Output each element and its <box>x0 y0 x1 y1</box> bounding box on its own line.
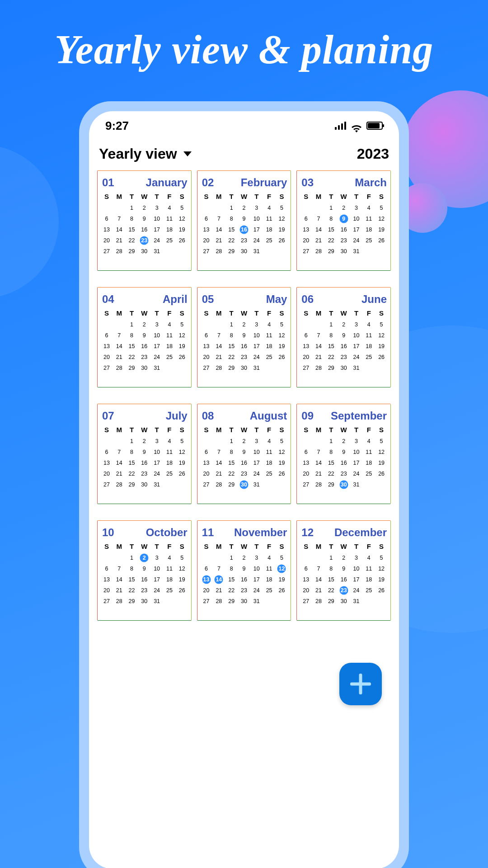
day-cell[interactable]: 5 <box>176 436 188 446</box>
day-cell[interactable]: 12 <box>276 330 288 340</box>
day-cell[interactable]: 11 <box>362 564 375 574</box>
day-cell[interactable]: 30 <box>338 596 350 606</box>
day-cell[interactable]: 16 <box>138 458 150 468</box>
day-cell[interactable]: 30 <box>338 246 350 256</box>
day-cell[interactable]: 22 <box>126 352 138 362</box>
day-cell[interactable]: 11 <box>362 330 375 340</box>
day-cell[interactable]: 23 <box>338 236 350 245</box>
day-cell[interactable]: 7 <box>212 447 225 457</box>
day-cell[interactable]: 27 <box>300 246 312 256</box>
day-cell[interactable]: 11 <box>163 447 176 457</box>
day-cell[interactable]: 5 <box>176 553 188 563</box>
day-cell[interactable]: 2 <box>138 203 150 213</box>
day-cell[interactable]: 13 <box>100 341 113 351</box>
day-cell[interactable]: 17 <box>150 575 163 585</box>
day-cell[interactable]: 20 <box>200 236 213 245</box>
month-box[interactable]: 01JanuarySMTWTFS123456789101112131415161… <box>97 170 192 271</box>
day-cell[interactable]: 10 <box>350 214 363 224</box>
day-cell[interactable]: 27 <box>300 363 312 373</box>
day-cell[interactable]: 23 <box>138 236 150 245</box>
day-cell[interactable]: 29 <box>325 596 338 606</box>
day-cell[interactable]: 10 <box>250 564 263 574</box>
day-cell[interactable]: 23 <box>238 352 250 362</box>
day-cell[interactable]: 20 <box>100 352 113 362</box>
day-cell[interactable]: 18 <box>263 458 276 468</box>
day-cell[interactable]: 28 <box>312 480 325 490</box>
day-cell[interactable]: 16 <box>238 225 250 235</box>
day-cell[interactable]: 2 <box>338 203 350 213</box>
day-cell[interactable]: 1 <box>225 203 238 213</box>
day-cell[interactable]: 21 <box>312 469 325 479</box>
day-cell[interactable]: 10 <box>150 447 163 457</box>
day-cell[interactable]: 26 <box>176 236 188 245</box>
day-cell[interactable]: 17 <box>350 225 363 235</box>
day-cell[interactable]: 31 <box>350 480 363 490</box>
day-cell[interactable]: 24 <box>150 236 163 245</box>
day-cell[interactable]: 12 <box>276 447 288 457</box>
day-cell[interactable]: 21 <box>212 469 225 479</box>
day-cell[interactable]: 12 <box>375 447 388 457</box>
day-cell[interactable]: 16 <box>138 341 150 351</box>
day-cell[interactable]: 26 <box>276 236 288 245</box>
year-label[interactable]: 2023 <box>357 146 389 162</box>
add-button[interactable] <box>339 663 382 705</box>
day-cell[interactable]: 15 <box>225 341 238 351</box>
day-cell[interactable]: 12 <box>276 214 288 224</box>
day-cell[interactable]: 28 <box>312 596 325 606</box>
day-cell[interactable]: 14 <box>113 341 126 351</box>
day-cell[interactable]: 29 <box>225 363 238 373</box>
day-cell[interactable]: 1 <box>126 553 138 563</box>
day-cell[interactable]: 3 <box>150 203 163 213</box>
day-cell[interactable]: 30 <box>138 596 150 606</box>
day-cell[interactable]: 19 <box>276 225 288 235</box>
day-cell[interactable]: 28 <box>113 363 126 373</box>
day-cell[interactable]: 31 <box>350 596 363 606</box>
day-cell[interactable]: 14 <box>312 341 325 351</box>
day-cell[interactable]: 2 <box>138 553 150 563</box>
day-cell[interactable]: 18 <box>362 458 375 468</box>
day-cell[interactable]: 4 <box>163 203 176 213</box>
day-cell[interactable]: 21 <box>113 469 126 479</box>
day-cell[interactable]: 21 <box>212 236 225 245</box>
day-cell[interactable]: 8 <box>126 330 138 340</box>
day-cell[interactable]: 31 <box>350 246 363 256</box>
day-cell[interactable]: 29 <box>126 596 138 606</box>
day-cell[interactable]: 26 <box>176 469 188 479</box>
day-cell[interactable]: 18 <box>163 225 176 235</box>
day-cell[interactable]: 2 <box>338 436 350 446</box>
day-cell[interactable]: 30 <box>238 480 250 490</box>
day-cell[interactable]: 27 <box>200 480 213 490</box>
day-cell[interactable]: 13 <box>300 575 312 585</box>
day-cell[interactable]: 18 <box>362 225 375 235</box>
day-cell[interactable]: 15 <box>225 458 238 468</box>
view-select[interactable]: Yearly view <box>99 146 192 162</box>
day-cell[interactable]: 14 <box>113 575 126 585</box>
day-cell[interactable]: 8 <box>225 447 238 457</box>
day-cell[interactable]: 4 <box>362 320 375 330</box>
month-box[interactable]: 11NovemberSMTWTFS12345678910111213141516… <box>197 520 291 621</box>
day-cell[interactable]: 26 <box>276 585 288 595</box>
day-cell[interactable]: 31 <box>150 246 163 256</box>
day-cell[interactable]: 16 <box>338 458 350 468</box>
day-cell[interactable]: 8 <box>225 564 238 574</box>
day-cell[interactable]: 20 <box>200 469 213 479</box>
month-box[interactable]: 07JulySMTWTFS123456789101112131415161718… <box>97 404 192 504</box>
day-cell[interactable]: 13 <box>300 225 312 235</box>
day-cell[interactable]: 20 <box>100 469 113 479</box>
day-cell[interactable]: 2 <box>138 320 150 330</box>
day-cell[interactable]: 19 <box>276 575 288 585</box>
day-cell[interactable]: 19 <box>176 458 188 468</box>
day-cell[interactable]: 25 <box>263 236 276 245</box>
day-cell[interactable]: 17 <box>350 575 363 585</box>
day-cell[interactable]: 29 <box>126 480 138 490</box>
day-cell[interactable]: 14 <box>312 575 325 585</box>
day-cell[interactable]: 22 <box>325 236 338 245</box>
day-cell[interactable]: 11 <box>263 330 276 340</box>
day-cell[interactable]: 7 <box>212 330 225 340</box>
day-cell[interactable]: 4 <box>362 436 375 446</box>
day-cell[interactable]: 15 <box>126 341 138 351</box>
day-cell[interactable]: 24 <box>350 469 363 479</box>
day-cell[interactable]: 29 <box>126 363 138 373</box>
day-cell[interactable]: 21 <box>113 352 126 362</box>
month-box[interactable]: 03MarchSMTWTFS12345678910111213141516171… <box>296 170 391 271</box>
